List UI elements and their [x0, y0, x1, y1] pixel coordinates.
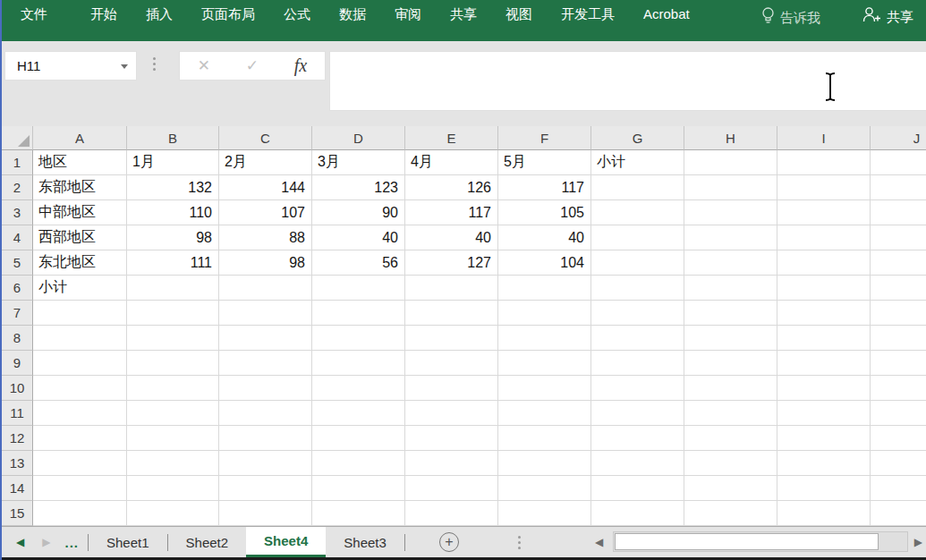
cell-D11[interactable] — [312, 401, 405, 426]
cell-B12[interactable] — [127, 426, 219, 451]
cell-J10[interactable] — [871, 376, 926, 401]
tell-me-button[interactable]: 告诉我 — [760, 6, 820, 30]
cell-D12[interactable] — [312, 426, 405, 451]
cell-B1[interactable]: 1月 — [127, 150, 219, 175]
name-box[interactable]: H11 — [4, 51, 137, 81]
hscroll-thumb[interactable] — [615, 533, 879, 550]
hscroll-track[interactable] — [613, 531, 908, 552]
ribbon-tab-0[interactable]: 文件 — [6, 4, 62, 25]
cell-E15[interactable] — [405, 501, 498, 526]
cell-B7[interactable] — [127, 301, 219, 326]
cell-J5[interactable] — [871, 250, 926, 276]
column-header-I[interactable]: I — [777, 126, 871, 150]
cell-I15[interactable] — [777, 501, 871, 526]
cell-G2[interactable] — [591, 175, 684, 200]
cell-G5[interactable] — [591, 250, 684, 276]
cell-E5[interactable]: 127 — [405, 250, 498, 276]
row-header-3[interactable]: 3 — [2, 200, 33, 225]
cell-C5[interactable]: 98 — [219, 250, 312, 276]
cell-G3[interactable] — [591, 200, 684, 225]
cell-H5[interactable] — [684, 250, 777, 276]
column-header-B[interactable]: B — [127, 126, 219, 150]
cell-H12[interactable] — [684, 426, 777, 451]
cell-I2[interactable] — [777, 175, 871, 200]
cell-F14[interactable] — [498, 476, 591, 501]
row-header-5[interactable]: 5 — [2, 250, 33, 276]
sheet-nav-left-icon[interactable]: ◀ — [16, 536, 24, 548]
cell-E2[interactable]: 126 — [405, 175, 498, 200]
cell-C9[interactable] — [219, 351, 312, 376]
cell-J6[interactable] — [871, 276, 926, 301]
enter-icon[interactable]: ✓ — [246, 56, 259, 75]
cell-I12[interactable] — [777, 426, 871, 451]
cell-D7[interactable] — [312, 301, 405, 326]
cell-D10[interactable] — [312, 376, 405, 401]
cell-A10[interactable] — [33, 376, 127, 401]
cell-G4[interactable] — [591, 225, 684, 250]
add-sheet-button[interactable]: + — [439, 532, 459, 552]
cell-E10[interactable] — [405, 376, 498, 401]
cell-A6[interactable]: 小计 — [33, 276, 127, 301]
cell-A14[interactable] — [33, 476, 127, 501]
cell-J12[interactable] — [871, 426, 926, 451]
select-all-button[interactable] — [2, 126, 33, 150]
cell-F4[interactable]: 40 — [498, 225, 591, 250]
cell-A3[interactable]: 中部地区 — [33, 200, 127, 225]
ribbon-tab-1[interactable]: 开始 — [76, 4, 132, 25]
row-header-11[interactable]: 11 — [2, 401, 33, 426]
cell-G8[interactable] — [591, 326, 684, 351]
row-header-1[interactable]: 1 — [2, 150, 33, 175]
row-header-10[interactable]: 10 — [2, 376, 33, 401]
cell-G11[interactable] — [591, 401, 684, 426]
cell-A13[interactable] — [33, 451, 127, 476]
row-header-6[interactable]: 6 — [2, 276, 33, 301]
column-header-G[interactable]: G — [591, 126, 684, 150]
column-header-F[interactable]: F — [498, 126, 591, 150]
column-header-H[interactable]: H — [684, 126, 777, 150]
cell-G1[interactable]: 小计 — [591, 150, 684, 175]
cell-G14[interactable] — [591, 476, 684, 501]
cell-B2[interactable]: 132 — [127, 175, 219, 200]
sheet-tab-sheet1[interactable]: Sheet1 — [89, 527, 167, 557]
sheet-nav-more-button[interactable]: ... — [64, 535, 79, 550]
cell-C14[interactable] — [219, 476, 312, 501]
cell-D5[interactable]: 56 — [312, 250, 405, 276]
cell-I5[interactable] — [777, 250, 871, 276]
cell-I8[interactable] — [777, 326, 871, 351]
cell-F8[interactable] — [498, 326, 591, 351]
cell-D2[interactable]: 123 — [312, 175, 405, 200]
cell-E9[interactable] — [405, 351, 498, 376]
cell-H2[interactable] — [684, 175, 777, 200]
cell-E4[interactable]: 40 — [405, 225, 498, 250]
cell-A8[interactable] — [33, 326, 127, 351]
cell-B13[interactable] — [127, 451, 219, 476]
cell-E7[interactable] — [405, 301, 498, 326]
ribbon-tab-4[interactable]: 公式 — [269, 4, 325, 25]
ribbon-tab-6[interactable]: 审阅 — [380, 4, 436, 25]
cell-F6[interactable] — [498, 276, 591, 301]
cell-G6[interactable] — [591, 276, 684, 301]
cell-G10[interactable] — [591, 376, 684, 401]
cell-A7[interactable] — [33, 301, 127, 326]
cell-H14[interactable] — [684, 476, 777, 501]
cell-H9[interactable] — [684, 351, 777, 376]
cancel-icon[interactable]: ✕ — [198, 56, 210, 75]
column-header-D[interactable]: D — [312, 126, 405, 150]
cell-C1[interactable]: 2月 — [219, 150, 312, 175]
cell-J3[interactable] — [871, 200, 926, 225]
cell-C15[interactable] — [219, 501, 312, 526]
ribbon-tab-7[interactable]: 共享 — [436, 4, 491, 25]
sheet-tab-sheet3[interactable]: Sheet3 — [326, 527, 404, 557]
cell-D15[interactable] — [312, 501, 405, 526]
cell-I4[interactable] — [777, 225, 871, 250]
cell-H15[interactable] — [684, 501, 777, 526]
cell-C11[interactable] — [219, 401, 312, 426]
hscroll-right-icon[interactable]: ▶ — [914, 536, 922, 548]
cell-I13[interactable] — [777, 451, 871, 476]
cell-C7[interactable] — [219, 301, 312, 326]
cell-G9[interactable] — [591, 351, 684, 376]
cell-J8[interactable] — [871, 326, 926, 351]
cell-F5[interactable]: 104 — [498, 250, 591, 276]
name-box-dropdown-icon[interactable] — [121, 64, 128, 69]
cell-J1[interactable] — [871, 150, 926, 175]
